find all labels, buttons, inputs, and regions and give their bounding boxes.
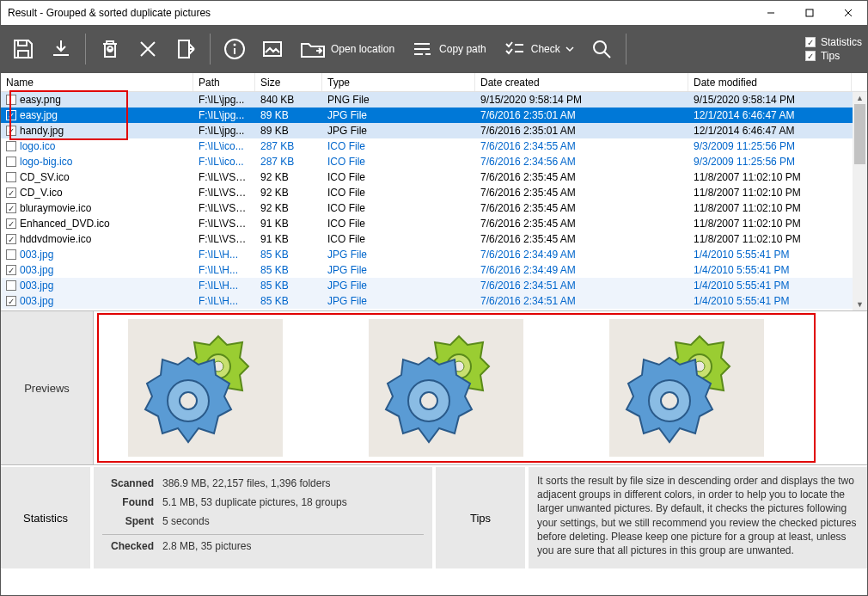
col-header-type[interactable]: Type: [322, 73, 475, 91]
cell-modified: 11/8/2007 11:02:10 PM: [688, 202, 867, 214]
scroll-thumb[interactable]: [854, 104, 865, 164]
table-row[interactable]: ✓Enhanced_DVD.icoF:\IL\VS2...91 KBICO Fi…: [1, 216, 867, 231]
col-header-name[interactable]: Name: [1, 73, 193, 91]
cell-created: 7/6/2016 2:34:49 AM: [475, 264, 688, 276]
table-row[interactable]: easy.pngF:\IL\jpg...840 KBPNG File9/15/2…: [1, 92, 867, 108]
preview-thumbnail[interactable]: [369, 319, 523, 457]
close-button[interactable]: [828, 1, 867, 25]
cell-type: ICO File: [322, 202, 475, 214]
col-header-created[interactable]: Date created: [475, 73, 688, 91]
statistics-body: Scanned386.9 MB, 22,157 files, 1,396 fol…: [94, 467, 432, 568]
row-checkbox[interactable]: ✓: [6, 234, 16, 244]
preview-thumbnail[interactable]: [609, 319, 764, 457]
open-location-button[interactable]: Open location: [293, 32, 401, 66]
import-button[interactable]: [44, 32, 78, 66]
cell-created: 7/6/2016 2:35:45 AM: [475, 187, 688, 199]
stat-found-value: 5.1 MB, 53 duplicate pictures, 18 groups: [162, 496, 347, 508]
cell-name: hddvdmovie.ico: [20, 233, 91, 245]
scroll-down-icon[interactable]: ▼: [853, 298, 867, 310]
row-checkbox[interactable]: [6, 249, 16, 260]
minimize-button[interactable]: [751, 1, 790, 25]
cell-type: JPG File: [322, 125, 475, 137]
open-location-label: Open location: [331, 43, 394, 55]
cell-path: F:\IL\jpg...: [193, 109, 255, 121]
svg-point-19: [420, 392, 437, 409]
cell-created: 7/6/2016 2:34:49 AM: [475, 249, 688, 261]
table-row[interactable]: ✓hddvdmovie.icoF:\IL\VS2...91 KBICO File…: [1, 231, 867, 247]
table-row[interactable]: CD_SV.icoF:\IL\VS2...92 KBICO File7/6/20…: [1, 169, 867, 185]
cell-size: 840 KB: [255, 94, 322, 106]
maximize-button[interactable]: [790, 1, 828, 25]
cell-created: 7/6/2016 2:34:55 AM: [475, 140, 688, 152]
statistics-panel: Statistics Scanned386.9 MB, 22,157 files…: [1, 465, 432, 568]
col-header-size[interactable]: Size: [255, 73, 322, 91]
table-row[interactable]: ✓CD_V.icoF:\IL\VS2...92 KBICO File7/6/20…: [1, 185, 867, 200]
table-row[interactable]: ✓bluraymovie.icoF:\IL\VS2...92 KBICO Fil…: [1, 200, 867, 216]
col-header-modified[interactable]: Date modified: [688, 73, 852, 91]
recycle-button[interactable]: [93, 32, 127, 66]
vertical-scrollbar[interactable]: ▲ ▼: [853, 92, 867, 310]
cell-name: 003.jpg: [20, 295, 53, 307]
cell-type: JPG File: [322, 264, 475, 276]
stat-spent-label: Spent: [102, 515, 154, 527]
row-checkbox[interactable]: ✓: [6, 110, 16, 120]
svg-point-24: [661, 392, 678, 409]
table-row[interactable]: logo.icoF:\IL\ico...287 KBICO File7/6/20…: [1, 138, 867, 154]
cell-created: 7/6/2016 2:35:01 AM: [475, 125, 688, 137]
table-row[interactable]: ✓003.jpgF:\IL\H...85 KBJPG File7/6/2016 …: [1, 293, 867, 309]
row-checkbox[interactable]: ✓: [6, 126, 16, 136]
cell-name: logo-big.ico: [20, 156, 72, 168]
cell-path: F:\IL\VS2...: [193, 171, 255, 183]
table-row[interactable]: ✓003.jpgF:\IL\H...85 KBJPG File7/6/2016 …: [1, 262, 867, 278]
stat-spent-value: 5 seconds: [162, 515, 210, 527]
stat-checked-value: 2.8 MB, 35 pictures: [162, 540, 251, 552]
save-button[interactable]: [6, 32, 40, 66]
row-checkbox[interactable]: [6, 95, 16, 105]
row-checkbox[interactable]: [6, 141, 16, 151]
row-checkbox[interactable]: ✓: [6, 296, 16, 306]
scroll-up-icon[interactable]: ▲: [853, 92, 867, 104]
cell-modified: 12/1/2014 6:46:47 AM: [688, 125, 867, 137]
row-checkbox[interactable]: [6, 280, 16, 291]
separator: [85, 34, 86, 65]
row-checkbox[interactable]: [6, 157, 16, 167]
copy-path-icon: [412, 40, 434, 58]
stat-found-label: Found: [102, 496, 154, 508]
preview-images: [94, 311, 867, 464]
delete-button[interactable]: [131, 32, 165, 66]
chevron-down-icon: [565, 45, 574, 53]
check-button[interactable]: Check: [497, 32, 581, 66]
table-row[interactable]: ✓easy.jpgF:\IL\jpg...89 KBJPG File7/6/20…: [1, 108, 867, 123]
row-checkbox[interactable]: [6, 172, 16, 182]
row-checkbox[interactable]: ✓: [6, 187, 16, 198]
tips-toggle[interactable]: ✓Tips: [805, 50, 862, 62]
cell-size: 85 KB: [255, 264, 322, 276]
search-button[interactable]: [584, 32, 619, 66]
table-row[interactable]: logo-big.icoF:\IL\ico...287 KBICO File7/…: [1, 154, 867, 169]
checkbox-icon: ✓: [805, 51, 816, 61]
toolbar: Open location Copy path Check ✓Statistic…: [1, 25, 867, 73]
cell-modified: 12/1/2014 6:46:47 AM: [688, 109, 867, 121]
cell-name: 003.jpg: [20, 280, 53, 292]
cell-path: F:\IL\H...: [193, 280, 255, 292]
row-checkbox[interactable]: ✓: [6, 203, 16, 213]
statistics-toggle[interactable]: ✓Statistics: [805, 36, 862, 48]
row-checkbox[interactable]: ✓: [6, 265, 16, 275]
row-checkbox[interactable]: ✓: [6, 218, 16, 229]
checklist-icon: [504, 40, 526, 58]
preview-button[interactable]: [255, 32, 290, 66]
table-row[interactable]: 003.jpgF:\IL\H...85 KBJPG File7/6/2016 2…: [1, 278, 867, 293]
previews-panel: Previews: [1, 310, 867, 465]
table-row[interactable]: 003.jpgF:\IL\H...85 KBJPG File7/6/2016 2…: [1, 247, 867, 262]
preview-thumbnail[interactable]: [128, 319, 283, 457]
copy-path-label: Copy path: [439, 43, 486, 55]
copy-path-button[interactable]: Copy path: [405, 32, 493, 66]
info-button[interactable]: [217, 32, 252, 66]
cell-size: 89 KB: [255, 109, 322, 121]
cell-created: 7/6/2016 2:35:45 AM: [475, 202, 688, 214]
col-header-path[interactable]: Path: [193, 73, 255, 91]
cell-name: 003.jpg: [20, 264, 53, 276]
table-row[interactable]: ✓handy.jpgF:\IL\jpg...89 KBJPG File7/6/2…: [1, 123, 867, 138]
move-button[interactable]: [168, 32, 203, 66]
svg-point-14: [180, 392, 197, 409]
